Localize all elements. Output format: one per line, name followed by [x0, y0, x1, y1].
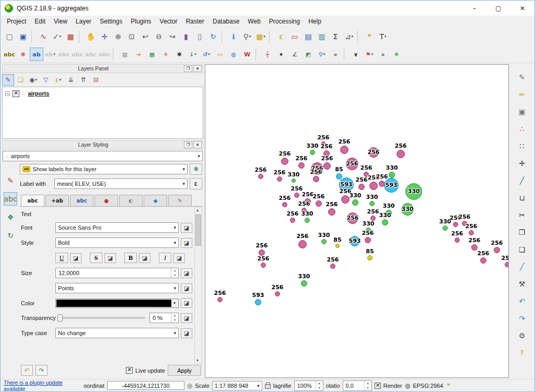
- menu-layer[interactable]: Layer: [72, 16, 96, 27]
- pin-labels-button[interactable]: ab: [30, 47, 43, 61]
- italic-override-button[interactable]: [173, 253, 185, 263]
- open-attribute-table-button[interactable]: ▤: [301, 30, 315, 43]
- bug-tool-button[interactable]: ✱: [172, 47, 186, 61]
- menu-plugins[interactable]: Plugins: [126, 16, 155, 27]
- composer-manager-button[interactable]: ✓▾: [50, 30, 64, 43]
- bold-override-button[interactable]: [139, 253, 150, 263]
- minimize-button[interactable]: –: [462, 1, 486, 16]
- style-undo-button[interactable]: ↶: [21, 365, 33, 376]
- menu-help[interactable]: Help: [304, 16, 325, 27]
- zoom-out-button[interactable]: ⊖: [152, 30, 166, 43]
- spinner-arrows[interactable]: [171, 313, 178, 323]
- layers-panel-float-button[interactable]: [184, 65, 192, 72]
- undo-style-button[interactable]: ↺▾: [200, 47, 213, 61]
- expand-all-button[interactable]: ⇊: [65, 74, 77, 86]
- spinner-arrows[interactable]: [364, 381, 371, 390]
- plugin-installer-button[interactable]: ❖: [390, 47, 403, 61]
- tab-placement[interactable]: ◆: [144, 195, 167, 206]
- help-button[interactable]: ?: [515, 346, 529, 360]
- statistical-summary-button[interactable]: ▥: [315, 30, 329, 43]
- strikeout-override-button[interactable]: [104, 253, 116, 263]
- tab-formatting[interactable]: +ab: [45, 195, 69, 206]
- plugin-update-link[interactable]: There is a plugin update available: [4, 379, 81, 392]
- style-redo-button[interactable]: ↷: [36, 365, 48, 376]
- zoom-next-button[interactable]: ↪: [166, 30, 179, 43]
- select-by-expression-button[interactable]: ε: [274, 30, 288, 43]
- typecase-override-button[interactable]: [181, 328, 192, 338]
- copy-features-button[interactable]: ❐: [515, 225, 529, 239]
- new-project-button[interactable]: ▢: [3, 30, 16, 43]
- transparency-override-button[interactable]: [181, 313, 192, 323]
- rotate-label-button[interactable]: abc: [84, 47, 98, 61]
- menu-project[interactable]: Project: [3, 16, 30, 27]
- add-group-button[interactable]: ❏: [15, 74, 27, 86]
- props-scrollbar[interactable]: [194, 207, 202, 364]
- decorations-dropdown-button[interactable]: ∨: [349, 47, 363, 61]
- advanced-digitizing-button[interactable]: ∠: [288, 47, 301, 61]
- tab-background[interactable]: ●: [95, 195, 118, 206]
- scale-select[interactable]: 1:17 888 948: [212, 381, 262, 390]
- label-with-select[interactable]: mean( ELEV, USE): [54, 179, 188, 189]
- style-select[interactable]: Bold: [55, 237, 179, 248]
- labels-tab-button[interactable]: abc: [4, 192, 17, 206]
- layer-styling-open-button[interactable]: ❋: [16, 47, 30, 61]
- save-edits-button[interactable]: ▣: [515, 105, 529, 118]
- style-override-button[interactable]: [181, 238, 192, 248]
- transparency-spinner[interactable]: 0 %: [149, 313, 179, 323]
- underline-override-button[interactable]: [70, 253, 82, 263]
- symbology-tab-button[interactable]: ✎: [4, 174, 17, 187]
- rotation-spinner[interactable]: 0,0: [343, 381, 372, 391]
- filter-legend-button[interactable]: ▽: [40, 74, 52, 86]
- run-feature-action-button[interactable]: ⚲▾: [240, 30, 254, 43]
- db-manager-button[interactable]: ▥: [118, 47, 132, 61]
- reshape-features-button[interactable]: ╱: [515, 260, 529, 274]
- text-annotation-button[interactable]: T▾: [376, 30, 390, 43]
- menu-view[interactable]: View: [50, 16, 72, 27]
- transparency-slider[interactable]: [57, 317, 145, 319]
- styling-layer-select[interactable]: airports: [3, 151, 203, 161]
- fill-ring-button[interactable]: ⚒: [515, 277, 529, 291]
- options-button[interactable]: ⚙: [515, 329, 529, 342]
- gradient-tool-button[interactable]: ◩: [301, 47, 315, 61]
- magnifier-spinner[interactable]: 100%: [294, 381, 323, 391]
- menu-settings[interactable]: Settings: [96, 16, 126, 27]
- slider-thumb[interactable]: [57, 314, 63, 322]
- select-features-button[interactable]: ▦▾: [254, 30, 268, 43]
- toolbar-overflow-2-button[interactable]: »: [376, 47, 390, 61]
- layer-styling-float-button[interactable]: [184, 141, 192, 148]
- expand-icon[interactable]: [5, 91, 10, 96]
- labels-mode-select[interactable]: Show labels for this layer: [20, 164, 188, 174]
- cad-tools-button[interactable]: ┼: [261, 47, 274, 61]
- font-override-button[interactable]: [181, 223, 192, 233]
- diagrams-tab-button[interactable]: ❖: [4, 210, 17, 224]
- north-flag-button[interactable]: ⚑▾: [363, 47, 376, 61]
- menu-vector[interactable]: Vector: [156, 16, 182, 27]
- size-units-override-button[interactable]: [181, 283, 192, 293]
- color-override-button[interactable]: [181, 298, 192, 308]
- size-spinner[interactable]: 12,0000: [55, 268, 179, 278]
- pan-map-button[interactable]: ✋: [84, 30, 98, 43]
- font-select[interactable]: Source Sans Pro: [55, 222, 179, 233]
- node-tool-button[interactable]: ∷: [515, 139, 529, 153]
- offset-curve-button[interactable]: ╱: [515, 174, 529, 187]
- italic-button[interactable]: I: [159, 253, 171, 263]
- apply-button[interactable]: Apply: [168, 365, 201, 376]
- show-hide-labels-button[interactable]: abc: [57, 47, 71, 61]
- move-feature-button[interactable]: ✛: [515, 157, 529, 170]
- cut-features-button[interactable]: ✂: [515, 208, 529, 222]
- size-override-button[interactable]: [181, 268, 192, 278]
- layer-visibility-checkbox[interactable]: [13, 90, 19, 97]
- font-color-button[interactable]: [55, 299, 179, 308]
- menu-edit[interactable]: Edit: [30, 16, 50, 27]
- epsg-label[interactable]: EPSG:2964: [413, 383, 443, 389]
- size-units-select[interactable]: Points: [55, 283, 179, 293]
- move-label-button[interactable]: abc: [71, 47, 84, 61]
- geocoding-button[interactable]: ⚲▾: [315, 47, 329, 61]
- expression-builder-button[interactable]: ε: [190, 178, 202, 189]
- coordinate-input[interactable]: -4459124,1211730: [107, 381, 184, 390]
- highlight-labels-button[interactable]: ab▾: [43, 47, 57, 61]
- toolbar-overflow-button[interactable]: »: [329, 47, 342, 61]
- render-checkbox[interactable]: [375, 383, 381, 389]
- tab-shadow[interactable]: ◐: [119, 195, 143, 206]
- zoom-full-button[interactable]: ⊡: [125, 30, 138, 43]
